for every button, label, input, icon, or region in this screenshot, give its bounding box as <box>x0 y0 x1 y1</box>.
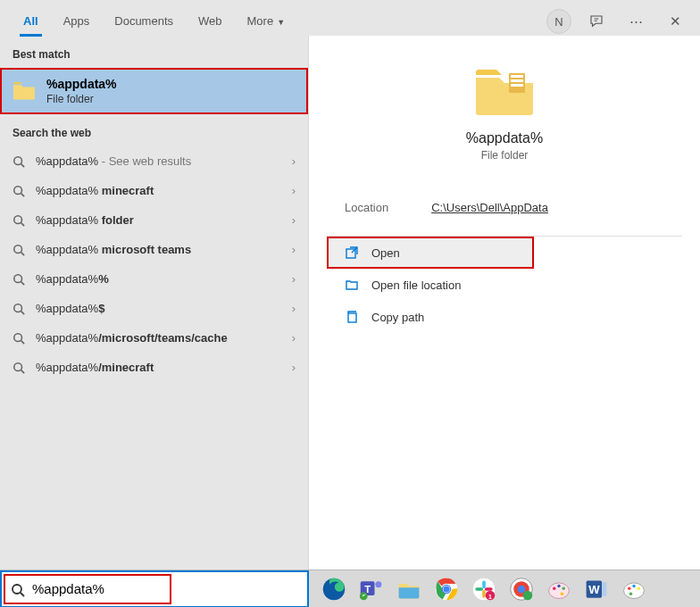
svg-text:1: 1 <box>488 593 492 599</box>
svg-point-34 <box>523 590 533 600</box>
best-match-header: Best match <box>0 36 308 68</box>
svg-point-36 <box>553 586 556 590</box>
svg-rect-42 <box>602 582 606 596</box>
file-explorer-icon[interactable] <box>395 575 423 603</box>
user-avatar[interactable]: N <box>546 9 571 34</box>
suggestion-text: %appdata%/minecraft <box>36 361 296 374</box>
chevron-right-icon: › <box>292 213 296 227</box>
chevron-right-icon: › <box>292 243 296 256</box>
copy-icon <box>345 310 359 324</box>
search-icon <box>12 362 25 374</box>
web-suggestion[interactable]: %appdata%%› <box>0 264 308 294</box>
close-icon[interactable]: ✕ <box>661 7 689 36</box>
web-suggestion[interactable]: %appdata% folder› <box>0 205 308 235</box>
svg-text:T: T <box>364 583 371 594</box>
svg-point-18 <box>375 581 381 587</box>
open-file-location-label: Open file location <box>371 279 461 292</box>
feedback-icon[interactable] <box>582 7 611 36</box>
svg-rect-11 <box>511 84 523 87</box>
open-label: Open <box>371 246 400 260</box>
svg-text:W: W <box>588 583 600 596</box>
search-icon <box>12 303 25 315</box>
web-suggestion[interactable]: %appdata%$› <box>0 294 308 323</box>
location-value[interactable]: C:\Users\Dell\AppData <box>431 201 548 214</box>
suggestion-text: %appdata%$ <box>36 302 296 315</box>
web-suggestion[interactable]: %appdata%/microsoft/teams/cache› <box>0 323 308 353</box>
svg-point-2 <box>14 215 22 223</box>
search-icon <box>12 273 25 286</box>
svg-point-3 <box>14 245 22 253</box>
chevron-right-icon: › <box>292 272 296 286</box>
taskbar: T 1 W <box>0 570 700 607</box>
best-match-result[interactable]: %appdata% File folder <box>0 68 308 114</box>
word-icon[interactable]: W <box>582 575 611 603</box>
svg-point-1 <box>14 186 22 194</box>
folder-icon <box>12 81 36 101</box>
svg-point-7 <box>14 362 22 370</box>
chevron-right-icon: › <box>292 302 296 315</box>
chevron-right-icon: › <box>292 184 296 197</box>
location-label: Location <box>345 201 388 214</box>
best-match-subtitle: File folder <box>46 93 117 105</box>
suggestion-text: %appdata%% <box>36 272 296 286</box>
search-icon <box>12 155 25 168</box>
chrome-canary-icon[interactable] <box>507 575 536 603</box>
chevron-right-icon: › <box>292 331 296 345</box>
chevron-right-icon: › <box>292 154 296 168</box>
svg-point-5 <box>14 304 22 312</box>
teams-icon[interactable]: T <box>357 575 386 603</box>
web-suggestion[interactable]: %appdata% - See web results› <box>0 146 308 176</box>
svg-point-4 <box>14 274 22 282</box>
slack-icon[interactable]: 1 <box>470 575 498 603</box>
open-file-location-action[interactable]: Open file location <box>327 269 682 301</box>
svg-point-33 <box>518 585 526 593</box>
search-input[interactable] <box>32 581 298 596</box>
folder-open-icon <box>345 278 359 292</box>
web-suggestion[interactable]: %appdata% microsoft teams› <box>0 235 308 264</box>
svg-point-39 <box>561 592 564 595</box>
paint-icon[interactable] <box>545 575 573 603</box>
preview-subtitle: File folder <box>481 149 529 162</box>
tab-more[interactable]: More▼ <box>235 7 298 37</box>
chevron-down-icon: ▼ <box>277 18 285 27</box>
svg-point-37 <box>557 584 561 587</box>
location-row: Location C:\Users\Dell\AppData <box>327 183 682 236</box>
palette-icon[interactable] <box>620 575 648 603</box>
svg-rect-28 <box>485 587 493 591</box>
results-pane: Best match %appdata% File folder Search … <box>0 36 309 570</box>
web-suggestion[interactable]: %appdata% minecraft› <box>0 176 308 205</box>
best-match-title: %appdata% <box>46 77 117 91</box>
web-suggestion[interactable]: %appdata%/minecraft› <box>0 353 308 382</box>
tab-apps[interactable]: Apps <box>51 7 103 37</box>
open-action[interactable]: Open <box>327 237 534 269</box>
svg-point-23 <box>444 586 450 592</box>
more-options-icon[interactable]: ⋯ <box>621 7 650 36</box>
svg-point-14 <box>12 585 21 594</box>
svg-rect-10 <box>511 79 523 82</box>
preview-pane: %appdata% File folder Location C:\Users\… <box>309 36 700 570</box>
search-tabs: All Apps Documents Web More▼ N ⋯ ✕ <box>0 0 700 36</box>
svg-rect-26 <box>475 587 483 591</box>
open-icon <box>345 245 359 260</box>
search-icon <box>12 244 25 256</box>
edge-icon[interactable] <box>320 575 348 603</box>
tab-all[interactable]: All <box>11 7 51 37</box>
suggestion-text: %appdata%/microsoft/teams/cache <box>36 331 296 345</box>
copy-path-action[interactable]: Copy path <box>327 301 682 333</box>
svg-point-46 <box>638 586 641 590</box>
tab-web[interactable]: Web <box>186 7 235 37</box>
tab-documents[interactable]: Documents <box>102 7 186 37</box>
taskbar-search[interactable] <box>0 570 309 608</box>
svg-point-38 <box>562 586 566 590</box>
chevron-right-icon: › <box>292 361 296 374</box>
svg-rect-9 <box>511 75 523 78</box>
svg-rect-13 <box>348 313 356 322</box>
svg-point-45 <box>632 584 636 587</box>
suggestion-text: %appdata% microsoft teams <box>36 243 296 256</box>
svg-point-44 <box>628 586 631 590</box>
taskbar-apps: T 1 W <box>309 575 648 603</box>
chrome-icon[interactable] <box>432 575 461 603</box>
svg-point-47 <box>629 592 633 595</box>
search-icon <box>12 214 25 227</box>
copy-path-label: Copy path <box>371 311 424 324</box>
